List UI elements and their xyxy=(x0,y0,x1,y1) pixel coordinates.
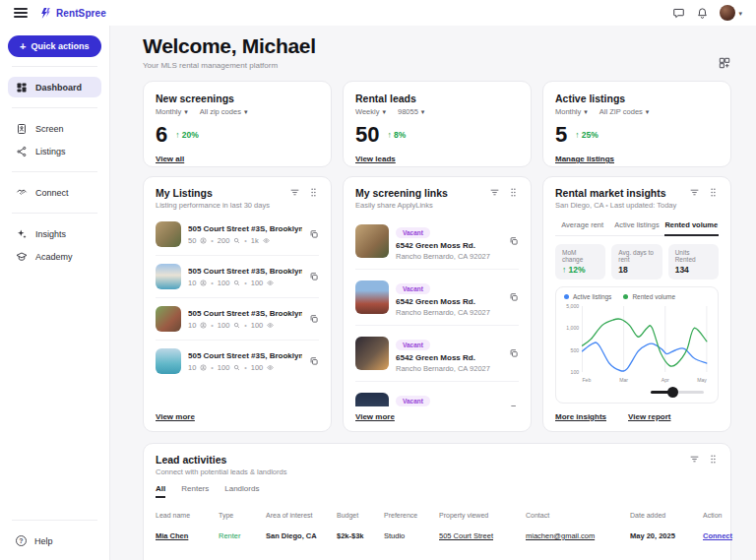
zipcode-dropdown[interactable]: 98055▾ xyxy=(398,107,424,116)
period-dropdown[interactable]: Weekly▾ xyxy=(355,107,386,116)
stat-card-link[interactable]: View all xyxy=(156,155,184,163)
stat-card-link[interactable]: View leads xyxy=(355,155,396,163)
sidebar-item-connect[interactable]: Connect xyxy=(8,182,101,203)
view-more-link[interactable]: View more xyxy=(156,412,195,421)
lead-type: Renter xyxy=(219,531,262,540)
legend-item: Active listings xyxy=(564,293,611,300)
dot-separator: • xyxy=(211,237,213,244)
chart-range-slider xyxy=(562,385,712,399)
view-more-link[interactable]: View more xyxy=(355,412,395,421)
copy-icon[interactable] xyxy=(509,292,519,302)
stat-delta: ↑ 8% xyxy=(387,130,406,140)
page-title: Welcome, Michael xyxy=(143,34,316,58)
card-subtitle: San Diego, CA • Last updated: Today xyxy=(555,201,676,210)
tab-rented-volume[interactable]: Rented volume xyxy=(664,216,719,236)
vacancy-badge: Vacant xyxy=(396,396,430,406)
insights-chart: FebMarAprMay1005001,0005,000 xyxy=(562,302,712,385)
stat-value: 6 xyxy=(156,122,167,148)
copy-icon[interactable] xyxy=(309,356,319,366)
connect-action-link[interactable]: Connect xyxy=(703,531,732,540)
listings-share-icon xyxy=(16,146,28,157)
brand-logo[interactable]: RentSpree xyxy=(39,7,106,20)
chevron-down-icon: ▾ xyxy=(646,108,650,115)
copy-icon[interactable] xyxy=(309,272,319,281)
stat-cards: New screenings Monthly▾ All zip codes▾ 6… xyxy=(143,81,731,167)
tab-renters[interactable]: Renters xyxy=(181,484,209,498)
period-dropdown[interactable]: Monthly▾ xyxy=(156,107,188,116)
listing-row: 505 Court Street #3S, Brooklyn 10 • 100 … xyxy=(156,341,319,382)
bell-icon[interactable] xyxy=(696,7,709,20)
graduation-cap-icon xyxy=(16,251,28,263)
drag-handle-icon[interactable] xyxy=(708,454,719,465)
tab-landlords[interactable]: Landlords xyxy=(224,484,259,498)
copy-icon[interactable] xyxy=(309,229,319,239)
filter-icon[interactable] xyxy=(489,187,500,198)
copy-icon[interactable] xyxy=(509,348,519,358)
copy-icon[interactable] xyxy=(509,236,519,246)
divider xyxy=(12,171,97,172)
chevron-down-icon: ▾ xyxy=(244,108,248,115)
stat-card-title: Rental leads xyxy=(355,93,519,104)
stat-card-link[interactable]: Manage listings xyxy=(555,155,614,163)
card-subtitle: Listing performance in last 30 days xyxy=(156,201,270,210)
avatar xyxy=(720,5,735,21)
chevron-down-icon: ▾ xyxy=(184,108,188,115)
property-address: 6542 Green Moss Rd. xyxy=(396,353,502,362)
sidebar-item-help[interactable]: ? Help xyxy=(8,530,101,551)
lead-contact-link[interactable]: miachen@gmail.com xyxy=(526,531,626,540)
legend-dot xyxy=(564,294,569,299)
filter-icon[interactable] xyxy=(689,187,700,198)
listing-stats: 10 • 100 • 100 xyxy=(188,279,302,287)
tab-active-listings[interactable]: Active listings xyxy=(609,216,663,236)
tab-all[interactable]: All xyxy=(156,484,165,498)
tab-average-rent[interactable]: Average rent xyxy=(555,216,609,236)
filter-icon[interactable] xyxy=(689,454,700,465)
zipcode-dropdown[interactable]: All zip codes▾ xyxy=(200,107,248,116)
listing-address: 505 Court Street #3S, Brooklyn xyxy=(188,309,302,318)
drag-handle-icon[interactable] xyxy=(508,187,519,198)
lead-property-link[interactable]: 505 Court Street xyxy=(439,531,522,540)
hamburger-menu-icon[interactable] xyxy=(14,5,28,20)
column-header: Lead name xyxy=(156,512,215,519)
slider-handle[interactable] xyxy=(667,387,678,398)
copy-icon[interactable] xyxy=(509,404,519,406)
listings-list: 505 Court Street #3S, Brooklyn 50 • 200 … xyxy=(156,214,319,382)
more-insights-link[interactable]: More insights xyxy=(555,412,606,421)
property-address: 6542 Green Moss Rd. xyxy=(396,297,502,306)
view-report-link[interactable]: View report xyxy=(628,412,670,421)
eye-icon xyxy=(267,280,274,286)
filter-icon[interactable] xyxy=(289,187,300,198)
user-menu[interactable]: ▾ xyxy=(720,5,742,21)
property-city: Rancho Bernardo, CA 92027 xyxy=(396,364,502,373)
lead-name-link[interactable]: Mia Chen xyxy=(156,531,215,540)
lead-tabs: All Renters Landlords xyxy=(156,484,719,498)
quick-actions-button[interactable]: + Quick actions xyxy=(8,35,101,57)
avg-days-chip: Avg. days to rent 18 xyxy=(611,244,662,280)
drag-handle-icon[interactable] xyxy=(308,187,319,198)
screening-list: Vacant 6542 Green Moss Rd. Rancho Bernar… xyxy=(355,214,519,406)
period-dropdown[interactable]: Monthly▾ xyxy=(555,107,588,116)
sidebar-item-dashboard[interactable]: Dashboard xyxy=(8,77,101,97)
zipcode-dropdown[interactable]: All ZIP codes▾ xyxy=(599,107,650,116)
sidebar-item-screen[interactable]: Screen xyxy=(8,118,101,139)
svg-text:Feb: Feb xyxy=(582,377,591,383)
copy-icon[interactable] xyxy=(309,314,319,324)
property-city: Rancho Bernardo, CA 92027 xyxy=(396,252,502,261)
chevron-down-icon: ▾ xyxy=(421,108,425,115)
property-photo xyxy=(355,393,389,406)
lead-preference: Studio xyxy=(384,531,435,540)
search-icon xyxy=(233,237,240,244)
chat-icon[interactable] xyxy=(672,7,685,20)
lead-table-header: Lead nameTypeArea of interestBudgetPrefe… xyxy=(156,512,719,519)
stat-value: 5 xyxy=(555,122,567,148)
mom-change-chip: MoM change ↑ 12% xyxy=(555,244,605,280)
slider-track[interactable] xyxy=(651,391,704,394)
drag-handle-icon[interactable] xyxy=(708,187,719,198)
sidebar-item-academy[interactable]: Academy xyxy=(8,246,101,267)
sidebar-item-insights[interactable]: Insights xyxy=(8,223,101,244)
customize-widgets-icon[interactable] xyxy=(718,56,731,70)
svg-text:100: 100 xyxy=(571,369,580,375)
sidebar-item-listings[interactable]: Listings xyxy=(8,141,101,161)
search-icon xyxy=(233,364,240,371)
svg-text:May: May xyxy=(697,377,707,383)
